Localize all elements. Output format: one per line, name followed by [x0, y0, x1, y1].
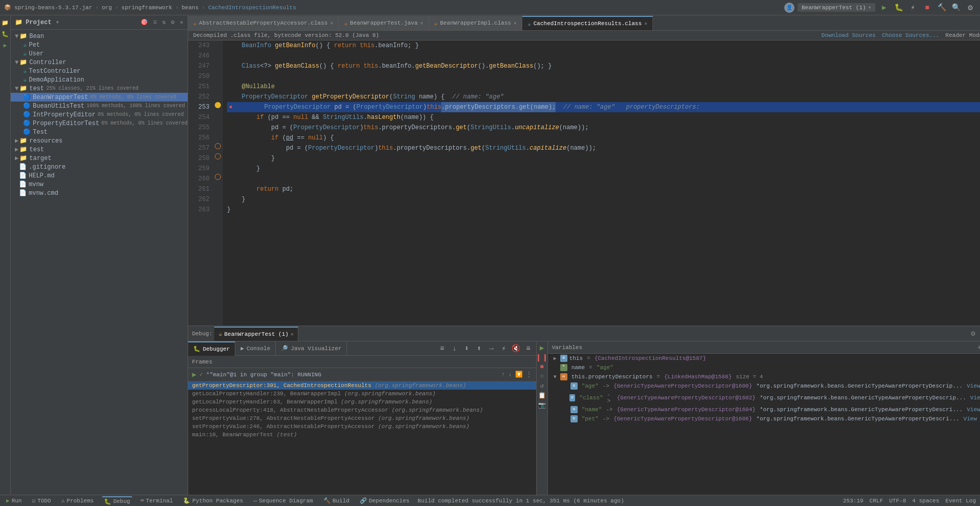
tree-item-bueanutilstest[interactable]: 🔵 BueanUtilsTest 100% methods, 100% line… — [11, 102, 188, 110]
var-class-view[interactable]: View — [970, 395, 980, 401]
debug-bottom-btn[interactable]: 🐛 Debug — [102, 496, 132, 505]
choose-sources-link[interactable]: Choose Sources... — [882, 32, 939, 38]
debug-pause-icon[interactable] — [538, 354, 546, 361]
mute-btn[interactable]: 🔇 — [511, 343, 522, 354]
step-out-btn[interactable]: ⬆ — [474, 343, 485, 354]
run-config[interactable]: BeanWrapperTest (1) ▾ — [798, 3, 875, 12]
thread-copy-btn[interactable]: ⋮ — [526, 371, 532, 378]
collapse-all-icon[interactable]: ≡ — [153, 19, 157, 26]
var-pet[interactable]: ≡ "pet" -> {GenericTypeAwarePropertyDesc… — [548, 414, 980, 423]
var-pet-view[interactable]: View — [964, 416, 977, 422]
terminal-btn[interactable]: ⌨ Terminal — [138, 497, 175, 504]
debug-bp-mute-icon[interactable]: ○ — [540, 373, 544, 380]
tree-item-user[interactable]: ☕ User — [11, 49, 188, 58]
console-tab[interactable]: ▶ Console — [235, 341, 276, 356]
run-icon[interactable]: ▶ — [0, 40, 10, 50]
settings-icon[interactable]: ⚙ — [171, 18, 174, 26]
tab-close-2[interactable]: ✕ — [420, 20, 423, 26]
crlf-label[interactable]: CRLF — [869, 498, 883, 504]
indent-label[interactable]: 4 spaces — [912, 498, 940, 504]
close-panel-icon[interactable]: ✕ — [179, 18, 183, 26]
evaluate-btn[interactable]: ⚡ — [498, 343, 509, 354]
project-dropdown-icon[interactable]: ▾ — [55, 18, 59, 26]
code-editor[interactable]: 243 246 247 250 251 252 253 254 255 256 … — [188, 41, 980, 326]
tab-close-3[interactable]: ✕ — [514, 20, 517, 26]
frame-4[interactable]: setPropertyValue:278, AbstractNestablePr… — [188, 414, 536, 422]
tab-close-1[interactable]: ✕ — [330, 20, 333, 26]
dependencies-btn[interactable]: 🔗 Dependencies — [358, 497, 412, 504]
var-age-view[interactable]: View — [967, 383, 980, 389]
sequence-btn[interactable]: ↔ Sequence Diagram — [251, 497, 315, 504]
run-btn[interactable]: ▶ Run — [4, 497, 24, 504]
tree-item-demoapplication[interactable]: ☕ DemoApplication — [11, 75, 188, 84]
project-icon[interactable]: 📁 — [0, 17, 10, 28]
tree-item-test-class[interactable]: 🔵 Test — [11, 128, 188, 136]
frame-1[interactable]: getLocalPropertyHandler:230, BeanWrapper… — [188, 390, 536, 398]
debug-session-tab[interactable]: ☕ BeanWrapperTest (1) ✕ — [214, 327, 298, 341]
debug-camera-icon[interactable]: 📷 — [538, 401, 546, 409]
tree-item-test-folder[interactable]: ▼ 📁 test 25% classes, 21% lines covered — [11, 84, 188, 93]
locate-file-icon[interactable]: 🎯 — [140, 18, 148, 26]
problems-btn[interactable]: ⚠ Problems — [59, 497, 95, 504]
run-coverage-button[interactable]: ⚡ — [907, 2, 918, 13]
var-propdesc[interactable]: ▼ ∞ this.propertyDescriptors = {LinkedHa… — [548, 372, 980, 381]
tree-item-bean[interactable]: ▼ 📁 Bean — [11, 32, 188, 41]
download-sources-link[interactable]: Download Sources — [822, 32, 876, 38]
python-btn[interactable]: 🐍 Python Packages — [181, 497, 245, 504]
java-visualizer-tab[interactable]: 🔎 Java Visualizer — [276, 341, 347, 356]
thread-up-btn[interactable]: ↑ — [501, 371, 505, 378]
thread-dump-btn[interactable]: ≡ — [523, 343, 534, 354]
var-age[interactable]: ≡ "age" -> {GenericTypeAwarePropertyDesc… — [548, 381, 980, 391]
var-class[interactable]: ≡ "class" -> {GenericTypeAwarePropertyDe… — [548, 391, 980, 405]
tree-item-target[interactable]: ▶ 📁 target — [11, 154, 188, 163]
tree-item-propertyeditortest[interactable]: 🔵 PropertyEditorTest 0% methods, 0% line… — [11, 119, 188, 128]
tree-item-resources[interactable]: ▶ 📁 resources — [11, 136, 188, 145]
tree-item-pet[interactable]: ☕ Pet — [11, 41, 188, 49]
tree-item-helpmd[interactable]: 📄 HELP.md — [11, 171, 188, 180]
tab-beanwrapperimpl[interactable]: ☕ BeanWrapperImpl.class ✕ — [429, 16, 522, 30]
frame-2[interactable]: getLocalPropertyHandler:63, BeanWrapperI… — [188, 398, 536, 406]
frame-5[interactable]: setPropertyValue:246, AbstractNestablePr… — [188, 422, 536, 431]
stop-button[interactable]: ■ — [922, 2, 933, 13]
debug-restore-icon[interactable]: ↺ — [540, 382, 544, 390]
tree-item-intpropertyeditor[interactable]: 🔵 IntPropertyEditor 0% methods, 0% lines… — [11, 110, 188, 119]
debug-stop-icon[interactable]: ■ — [540, 363, 544, 371]
tab-beanwrappertest[interactable]: ☕ BeanWrapperTest.java ✕ — [339, 16, 429, 30]
charset-label[interactable]: UTF-8 — [889, 498, 906, 504]
add-watch-btn[interactable]: + — [977, 343, 980, 352]
var-this-expand[interactable]: ▶ — [552, 355, 558, 361]
debug-icon[interactable]: 🐛 — [0, 29, 10, 39]
debugger-tab[interactable]: 🐛 Debugger — [188, 341, 236, 356]
tree-item-controller[interactable]: ▼ 📁 Controller — [11, 58, 188, 67]
position-label[interactable]: 253:19 — [843, 498, 864, 504]
build-btn[interactable]: 🔨 Build — [321, 497, 352, 504]
var-propdesc-expand[interactable]: ▼ — [552, 374, 558, 380]
event-log-btn[interactable]: Event Log — [946, 498, 976, 504]
run-button[interactable]: ▶ — [879, 2, 890, 13]
reader-mode-btn[interactable]: Reader Mode — [946, 32, 980, 38]
tree-item-mvnw[interactable]: 📄 mvnw — [11, 180, 188, 189]
var-name2-view[interactable]: View — [967, 407, 980, 413]
debug-settings-icon[interactable]: ⚙ — [971, 329, 975, 338]
step-over-btn[interactable]: ↓ — [449, 343, 460, 354]
tree-item-testcontroller[interactable]: ☕ TestController — [11, 67, 188, 75]
tree-item-test2[interactable]: ▶ 📁 test — [11, 145, 188, 154]
user-icon[interactable]: 👤 — [784, 3, 794, 13]
tab-abstract-nestable[interactable]: ☕ AbstractNestablePropertyAccessor.class… — [188, 16, 339, 30]
tab-cachedintrospection[interactable]: ☕ CachedIntrospectionResults.class ✕ — [522, 16, 653, 30]
var-name2[interactable]: ≡ "name" -> {GenericTypeAwarePropertyDes… — [548, 405, 980, 414]
var-this[interactable]: ▶ = this = {CachedIntrospectionResults@1… — [548, 354, 980, 363]
todo-btn[interactable]: ☑ TODO — [30, 497, 53, 504]
thread-filter-btn[interactable]: 🔽 — [515, 371, 523, 378]
debug-button[interactable]: 🐛 — [893, 2, 904, 13]
debug-resume-icon[interactable]: ▶ — [540, 343, 544, 352]
var-name[interactable]: " name = "age" — [548, 363, 980, 372]
tree-item-gitignore[interactable]: 📄 .gitignore — [11, 163, 188, 171]
code-content[interactable]: BeanInfo getBeanInfo () { return this .b… — [223, 41, 980, 326]
tab-close-4[interactable]: ✕ — [644, 21, 647, 27]
search-button[interactable]: 🔍 — [950, 2, 962, 13]
debug-session-close[interactable]: ✕ — [291, 331, 294, 337]
expand-all-icon[interactable]: ⇅ — [162, 18, 166, 26]
thread-down-btn[interactable]: ↓ — [508, 371, 512, 378]
restore-layout-btn[interactable]: ≡ — [437, 343, 448, 354]
